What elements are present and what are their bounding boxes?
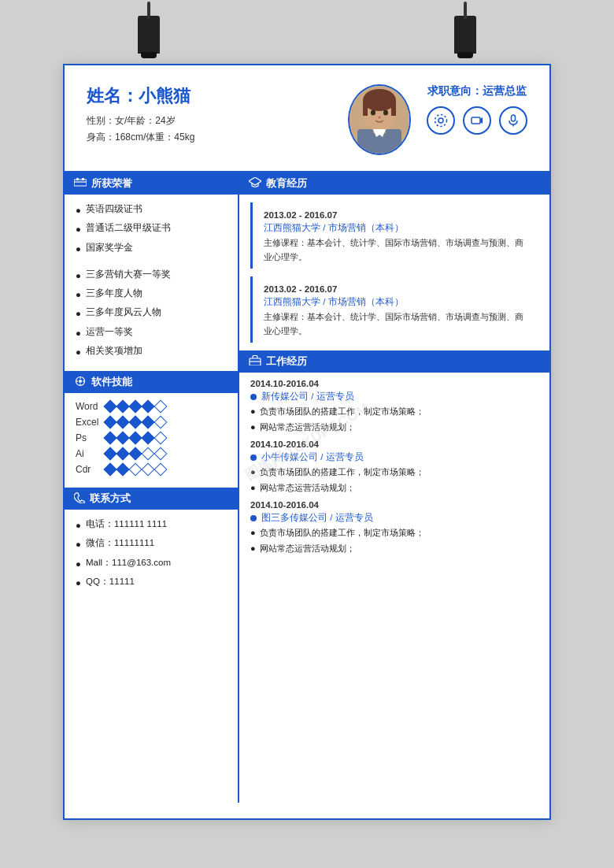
diamond: [104, 416, 117, 429]
resume-paper: 图库网 TUKUPT.COM 姓名：小熊猫 性别：女/年龄：24岁 身高：168…: [63, 64, 551, 820]
diamond: [129, 447, 142, 461]
honors-header: 所获荣誉: [65, 172, 238, 195]
diamond: [117, 432, 130, 445]
blue-dot: [250, 394, 257, 400]
header-right: 求职意向：运营总监: [427, 84, 527, 135]
contact-label: 联系方式: [90, 491, 131, 506]
honor-item-1: ● 英语四级证书: [76, 202, 227, 217]
name-row: 姓名：小熊猫: [87, 84, 332, 108]
skill-diamonds-cdr: [105, 465, 165, 474]
bullet-dot: ●: [76, 577, 81, 590]
svg-point-22: [79, 380, 82, 383]
svg-point-11: [438, 118, 443, 123]
honors-body: ● 英语四级证书 ● 普通话二级甲级证书 ● 国家奖学金 ● 三多营销大赛一等: [65, 195, 238, 371]
edu-detail-1: 主修课程：基本会计、统计学、国际市场营销、市场调查与预测、商业心理学。: [264, 236, 527, 264]
work-bullet-3-1: ● 负责市场团队的搭建工作，制定市场策略；: [250, 526, 538, 540]
work-date-3: 2014.10-2016.04: [250, 500, 538, 510]
honor-item-5: ● 三多年度人物: [76, 287, 227, 302]
skill-excel: Excel: [76, 417, 227, 428]
skills-label: 软件技能: [91, 375, 132, 389]
bullet-dot: ●: [76, 519, 81, 532]
mic-icon: [499, 106, 527, 135]
svg-rect-20: [82, 178, 84, 180]
skills-body: Word Excel: [65, 393, 238, 488]
work-header: 工作经历: [239, 351, 549, 373]
honor-item-2: ● 普通话二级甲级证书: [76, 221, 227, 236]
name-label: 姓名：小熊猫: [87, 84, 190, 108]
honor-item-6: ● 三多年度风云人物: [76, 306, 227, 321]
bullet-dot: ●: [250, 481, 256, 495]
bullet-dot: ●: [250, 526, 256, 540]
header-section: 姓名：小熊猫 性别：女/年龄：24岁 身高：168cm/体重：45kg: [65, 65, 549, 172]
diamond: [154, 416, 168, 429]
skill-name-cdr: Cdr: [76, 464, 99, 475]
diamond: [129, 416, 142, 429]
svg-rect-6: [391, 100, 396, 116]
skill-diamonds-ai: [105, 449, 165, 458]
diamond: [142, 400, 155, 414]
diamond: [104, 463, 117, 477]
body-section: 所获荣誉 ● 英语四级证书 ● 普通话二级甲级证书 ● 国家奖学金: [65, 172, 549, 803]
bullet-dot: ●: [76, 288, 81, 302]
bullet-dot: ●: [250, 421, 256, 434]
contact-phone: ● 电话：111111 1111: [76, 517, 227, 532]
work-bullet-2-2: ● 网站常态运营活动规划；: [250, 481, 538, 495]
svg-rect-5: [363, 100, 368, 116]
job-intention: 求职意向：运营总监: [427, 84, 527, 98]
svg-point-12: [435, 115, 447, 127]
svg-rect-13: [472, 117, 480, 124]
bullet-dot: ●: [76, 243, 81, 256]
work-entry-1: 2014.10-2016.04 新传媒公司 / 运营专员 ● 负责市场团队的搭建…: [250, 379, 538, 433]
right-column: 教育经历 2013.02 - 2016.07 江西熊猫大学 / 市场营销（本科）…: [239, 172, 549, 803]
diamond: [129, 463, 142, 477]
svg-point-4: [363, 89, 396, 111]
gender-age-row: 性别：女/年龄：24岁: [87, 114, 332, 128]
bullet-dot: ●: [250, 542, 256, 555]
edu-date-1: 2013.02 - 2016.07: [264, 210, 527, 220]
work-date-2: 2014.10-2016.04: [250, 440, 538, 449]
blue-dot: [250, 454, 257, 461]
honor-item-3: ● 国家奖学金: [76, 241, 227, 256]
work-entry-3: 2014.10-2016.04 图三多传媒公司 / 运营专员 ● 负责市场团队的…: [250, 500, 538, 555]
work-entry-2: 2014.10-2016.04 小牛传媒公司 / 运营专员 ● 负责市场团队的搭…: [250, 440, 538, 494]
education-label: 教育经历: [266, 176, 307, 191]
skill-diamonds-excel: [105, 417, 165, 427]
svg-marker-27: [249, 177, 261, 185]
bullet-dot: ●: [76, 558, 81, 571]
contact-body: ● 电话：111111 1111 ● 微信：11111111 ● Mall：11…: [65, 510, 238, 602]
page-background: 图库网 TUKUPT.COM 姓名：小熊猫 性别：女/年龄：24岁 身高：168…: [0, 0, 614, 868]
honors-label: 所获荣誉: [91, 176, 132, 191]
bullet-dot: ●: [76, 269, 81, 283]
skill-cdr: Cdr: [76, 464, 227, 475]
left-column: 所获荣誉 ● 英语四级证书 ● 普通话二级甲级证书 ● 国家奖学金: [65, 172, 239, 803]
diamond: [142, 463, 155, 477]
education-header: 教育经历: [239, 172, 549, 195]
settings-icon: [427, 106, 455, 135]
skill-name-word: Word: [76, 401, 99, 412]
diamond: [104, 447, 117, 461]
video-icon: [463, 106, 491, 135]
work-bullet-2-1: ● 负责市场团队的搭建工作，制定市场策略；: [250, 466, 538, 479]
diamond: [142, 447, 155, 461]
work-bullet-1-1: ● 负责市场团队的搭建工作，制定市场策略；: [250, 405, 538, 418]
edu-school-1: 江西熊猫大学 / 市场营销（本科）: [264, 222, 527, 234]
diamond: [117, 416, 130, 429]
svg-rect-19: [76, 178, 79, 180]
work-date-1: 2014.10-2016.04: [250, 379, 538, 388]
education-icon: [249, 177, 261, 190]
honor-item-7: ● 运营一等奖: [76, 325, 227, 340]
svg-rect-15: [512, 115, 516, 121]
bullet-dot: ●: [250, 405, 256, 418]
work-bullet-1-2: ● 网站常态运营活动规划；: [250, 421, 538, 434]
skill-diamonds-ps: [105, 433, 165, 443]
bullet-dot: ●: [250, 466, 256, 479]
svg-point-8: [383, 110, 388, 116]
diamond: [142, 432, 155, 445]
work-company-1: 新传媒公司 / 运营专员: [250, 391, 538, 402]
education-entry-2: 2013.02 - 2016.07 江西熊猫大学 / 市场营销（本科） 主修课程…: [250, 276, 538, 343]
diamond: [129, 400, 142, 414]
skills-header: 软件技能: [65, 371, 238, 393]
svg-point-7: [371, 110, 375, 116]
diamond: [154, 400, 168, 414]
skill-word: Word: [76, 401, 227, 412]
